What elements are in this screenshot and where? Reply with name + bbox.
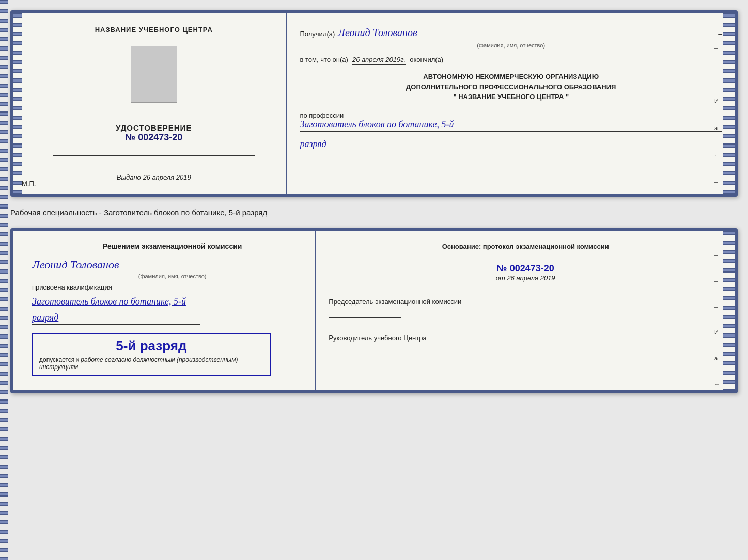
lower-doc-right: Основание: протокол экзаменационной коми… — [316, 231, 735, 390]
profession-section: по профессии Заготовитель блоков по бота… — [300, 109, 722, 132]
org-line2: ДОПОЛНИТЕЛЬНОГО ПРОФЕССИОНАЛЬНОГО ОБРАЗО… — [300, 82, 722, 92]
rank-value: разряд — [300, 139, 595, 151]
protocol-section: № 002473-20 от 26 апреля 2019 — [329, 263, 722, 282]
profession-label: по профессии — [300, 111, 722, 119]
допускается-line: допускается к работе согласно должностны… — [39, 356, 263, 371]
issued-date-line: Выдано 26 апреля 2019 — [117, 173, 191, 181]
recipient-line: Получил(а) Леонид Толованов – — [300, 27, 722, 40]
protocol-date: от 26 апреля 2019 — [329, 274, 722, 282]
director-label: Руководитель учебного Центра — [329, 333, 722, 343]
mark-dash1: – — [714, 44, 720, 51]
person-section: Леонид Толованов (фамилия, имя, отчество… — [32, 256, 313, 279]
page-container: НАЗВАНИЕ УЧЕБНОГО ЦЕНТРА УДОСТОВЕРЕНИЕ №… — [10, 10, 738, 393]
upper-document-card: НАЗВАНИЕ УЧЕБНОГО ЦЕНТРА УДОСТОВЕРЕНИЕ №… — [10, 10, 738, 197]
middle-label: Рабочая специальность - Заготовитель бло… — [10, 206, 738, 219]
mark-И: И — [714, 98, 720, 104]
cert-label: УДОСТОВЕРЕНИЕ — [116, 123, 192, 132]
rank-value-lower: разряд — [32, 312, 200, 325]
recipient-name: Леонид Толованов — [338, 27, 713, 40]
rank-big-text: 5-й разряд — [39, 338, 263, 354]
lower-doc-left: Решением экзаменационной комиссии Леонид… — [13, 231, 316, 390]
rank-section: разряд — [300, 139, 722, 151]
mark-а: а — [714, 125, 720, 131]
right-side-marks: – – И а ← – – – — [714, 44, 720, 197]
person-name: Леонид Толованов — [32, 258, 313, 273]
basis-text: Основание: протокол экзаменационной коми… — [329, 242, 722, 252]
org-block: АВТОНОМНУЮ НЕКОММЕРЧЕСКУЮ ОРГАНИЗАЦИЮ ДО… — [300, 72, 722, 102]
recipient-section: Получил(а) Леонид Толованов – (фамилия, … — [300, 24, 722, 49]
org-line3: " НАЗВАНИЕ УЧЕБНОГО ЦЕНТРА " — [300, 92, 722, 102]
certify-line: в том, что он(а) 26 апреля 2019г. окончи… — [300, 56, 722, 65]
org-line1: АВТОНОМНУЮ НЕКОММЕРЧЕСКУЮ ОРГАНИЗАЦИЮ — [300, 72, 722, 82]
person-sub: (фамилия, имя, отчество) — [32, 273, 313, 279]
recipient-sub: (фамилия, имя, отчество) — [300, 42, 722, 49]
chairman-signature-line — [329, 309, 401, 318]
qual-label: присвоена квалификация — [32, 283, 313, 291]
left-binding-decoration — [13, 13, 22, 194]
profession-value: Заготовитель блоков по ботанике, 5-й — [300, 119, 722, 132]
mp-label: М.П. — [22, 180, 36, 187]
cert-number: № 002473-20 — [116, 132, 192, 143]
certify-date: 26 апреля 2019г. — [352, 56, 406, 65]
director-signature-line — [329, 345, 401, 354]
lower-document-card: Решением экзаменационной комиссии Леонид… — [10, 228, 738, 393]
mark-dash2: – — [714, 71, 720, 77]
rank-box: 5-й разряд допускается к работе согласно… — [32, 333, 271, 376]
qual-value: Заготовитель блоков по ботанике, 5-й — [32, 295, 313, 308]
decision-title: Решением экзаменационной комиссии — [32, 242, 313, 252]
director-section: Руководитель учебного Центра — [329, 333, 722, 354]
mark-arrow: ← — [714, 152, 720, 158]
lower-right-marks: – – – И а ← – – – – — [714, 252, 720, 393]
org-label: НАЗВАНИЕ УЧЕБНОГО ЦЕНТРА — [95, 26, 213, 34]
upper-doc-right: Получил(а) Леонид Толованов – (фамилия, … — [287, 13, 735, 194]
photo-placeholder — [131, 46, 177, 103]
mark-dash3: – — [714, 179, 720, 185]
chairman-label: Председатель экзаменационной комиссии — [329, 297, 722, 307]
upper-doc-left: НАЗВАНИЕ УЧЕБНОГО ЦЕНТРА УДОСТОВЕРЕНИЕ №… — [13, 13, 287, 194]
chairman-section: Председатель экзаменационной комиссии — [329, 297, 722, 318]
protocol-number: № 002473-20 — [329, 263, 722, 274]
